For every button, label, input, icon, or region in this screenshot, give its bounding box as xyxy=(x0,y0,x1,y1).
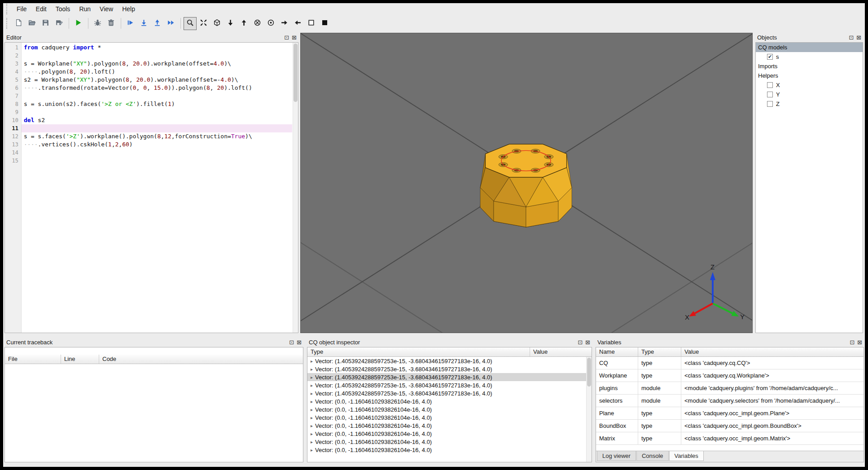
close-icon[interactable]: ⊠ xyxy=(297,339,302,345)
code-line-9[interactable]: 9 xyxy=(5,108,292,116)
expand-icon[interactable]: ▸ xyxy=(308,383,315,388)
inspector-row[interactable]: ▸Vector: (0.0, -1.1604610293826104e-16, … xyxy=(307,397,592,405)
step-next-button[interactable] xyxy=(124,17,137,30)
variable-row[interactable]: CQtype<class 'cadquery.cq.CQ'> xyxy=(596,357,864,369)
column-header-type[interactable]: Type xyxy=(638,347,681,356)
float-icon[interactable]: ⊡ xyxy=(849,35,854,40)
tree-item-y[interactable]: Y xyxy=(756,90,863,99)
code-line-14[interactable]: 14 xyxy=(5,149,292,157)
expand-icon[interactable]: ▸ xyxy=(308,448,315,452)
inspector-row[interactable]: ▸Vector: (1.4053924288597253e-15, -3.680… xyxy=(307,373,592,381)
code-editor[interactable]: 1from cadquery import *23s = Workplane("… xyxy=(4,42,298,333)
cad-model[interactable] xyxy=(480,144,572,227)
code-line-7[interactable]: 7 xyxy=(5,92,292,100)
inspector-row[interactable]: ▸Vector: (1.4053924288597253e-15, -3.680… xyxy=(307,357,592,365)
editor-scrollbar[interactable] xyxy=(293,43,298,333)
debug-button[interactable] xyxy=(91,17,104,30)
code-line-6[interactable]: 6····.transformed(rotate=Vector(0, 0, 15… xyxy=(5,84,292,92)
tree-item-x[interactable]: X xyxy=(756,80,863,90)
code-line-4[interactable]: 4····.polygon(8, 20).loft() xyxy=(5,68,292,76)
variable-row[interactable]: Workplanetype<class 'cadquery.cq.Workpla… xyxy=(596,369,864,382)
tree-item-s[interactable]: ✔s xyxy=(756,52,863,61)
close-icon[interactable]: ⊠ xyxy=(585,339,590,345)
variable-row[interactable]: Matrixtype<class 'cadquery.occ_impl.geom… xyxy=(596,432,864,445)
column-header-value[interactable]: Value xyxy=(681,347,864,356)
code-line-8[interactable]: 8s = s.union(s2).faces('>Z or <Z').fille… xyxy=(5,100,292,108)
expand-icon[interactable]: ▸ xyxy=(308,391,315,396)
step-into-button[interactable] xyxy=(137,17,150,30)
code-line-3[interactable]: 3s = Workplane("XY").polygon(8, 20.0).wo… xyxy=(5,60,292,68)
inspector-row[interactable]: ▸Vector: (1.4053924288597253e-15, -3.680… xyxy=(307,381,592,389)
view-front-button[interactable] xyxy=(264,17,277,30)
expand-icon[interactable]: ▸ xyxy=(308,415,315,420)
menubar-drag-handle[interactable] xyxy=(6,4,9,14)
checkbox-checked[interactable]: ✔ xyxy=(767,54,773,60)
float-icon[interactable]: ⊡ xyxy=(284,35,289,40)
inspector-scrollbar[interactable] xyxy=(586,357,592,462)
variable-row[interactable]: Planetype<class 'cadquery.occ_impl.geom.… xyxy=(596,407,864,420)
checkbox-unchecked[interactable] xyxy=(767,82,773,88)
code-line-2[interactable]: 2 xyxy=(5,52,292,60)
view-right-button[interactable] xyxy=(278,17,291,30)
menu-edit[interactable]: Edit xyxy=(31,4,51,14)
iso-view-button[interactable] xyxy=(210,17,224,30)
menu-run[interactable]: Run xyxy=(75,4,95,14)
code-line-5[interactable]: 5s2 = Workplane("XY").polygon(8, 20.0).w… xyxy=(5,76,292,84)
column-header-name[interactable]: Name xyxy=(596,347,638,356)
float-icon[interactable]: ⊡ xyxy=(850,339,855,345)
code-line-15[interactable]: 15 xyxy=(5,157,292,165)
expand-icon[interactable]: ▸ xyxy=(308,399,315,404)
tab-console[interactable]: Console xyxy=(636,451,669,461)
view-back-button[interactable] xyxy=(251,17,264,30)
column-header-file[interactable]: File xyxy=(5,355,61,364)
expand-icon[interactable]: ▸ xyxy=(308,359,315,364)
save-as-button[interactable] xyxy=(53,17,66,30)
menu-file[interactable]: File xyxy=(12,4,31,14)
inspector-row[interactable]: ▸Vector: (0.0, -1.1604610293826104e-16, … xyxy=(307,422,592,430)
column-header-value[interactable]: Value xyxy=(530,347,592,356)
close-icon[interactable]: ⊠ xyxy=(857,339,862,345)
run-button[interactable] xyxy=(72,17,85,30)
code-line-13[interactable]: 13····.vertices().cskHole(1,2,60) xyxy=(5,141,292,149)
shaded-button[interactable] xyxy=(318,17,331,30)
tree-item-cq-models[interactable]: CQ models xyxy=(756,43,863,52)
view-left-button[interactable] xyxy=(291,17,304,30)
delete-button[interactable] xyxy=(105,17,118,30)
view-down-button[interactable] xyxy=(224,17,237,30)
checkbox-unchecked[interactable] xyxy=(767,101,773,107)
column-header-type[interactable]: Type xyxy=(307,347,530,356)
menu-tools[interactable]: Tools xyxy=(51,4,75,14)
expand-icon[interactable]: ▸ xyxy=(308,439,315,444)
column-header-line[interactable]: Line xyxy=(61,355,99,364)
expand-icon[interactable]: ▸ xyxy=(308,375,315,380)
save-button[interactable] xyxy=(39,17,52,30)
continue-button[interactable] xyxy=(164,17,177,30)
3d-viewport[interactable]: X Y Z xyxy=(300,33,753,333)
tree-item-z[interactable]: Z xyxy=(756,99,863,109)
menu-view[interactable]: View xyxy=(95,4,118,14)
inspector-row[interactable]: ▸Vector: (0.0, -1.1604610293826104e-16, … xyxy=(307,438,592,446)
tree-item-imports[interactable]: Imports xyxy=(756,61,863,71)
inspector-row[interactable]: ▸Vector: (1.4053924288597253e-15, -3.680… xyxy=(307,365,592,373)
new-file-button[interactable] xyxy=(12,17,25,30)
inspector-row[interactable]: ▸Vector: (0.0, -1.1604610293826104e-16, … xyxy=(307,430,592,438)
expand-icon[interactable]: ▸ xyxy=(308,431,315,436)
expand-icon[interactable]: ▸ xyxy=(308,367,315,372)
variable-row[interactable]: BoundBoxtype<class 'cadquery.occ_impl.ge… xyxy=(596,420,864,432)
inspector-row[interactable]: ▸Vector: (0.0, -1.1604610293826104e-16, … xyxy=(307,446,592,454)
float-icon[interactable]: ⊡ xyxy=(578,339,583,345)
code-line-1[interactable]: 1from cadquery import * xyxy=(5,44,292,52)
code-line-11[interactable]: 11 xyxy=(5,124,292,132)
expand-icon[interactable]: ▸ xyxy=(308,407,315,412)
editor-scrollbar-thumb[interactable] xyxy=(294,44,298,102)
inspector-scrollbar-thumb[interactable] xyxy=(587,358,591,387)
inspector-row[interactable]: ▸Vector: (0.0, -1.1604610293826104e-16, … xyxy=(307,405,592,413)
code-line-10[interactable]: 10del s2 xyxy=(5,116,292,124)
tab-log-viewer[interactable]: Log viewer xyxy=(597,451,636,461)
variable-row[interactable]: pluginsmodule<module 'cadquery.plugins' … xyxy=(596,382,864,395)
close-icon[interactable]: ⊠ xyxy=(292,35,297,40)
float-icon[interactable]: ⊡ xyxy=(289,339,294,345)
fit-all-button[interactable] xyxy=(197,17,210,30)
expand-icon[interactable]: ▸ xyxy=(308,423,315,428)
code-line-12[interactable]: 12s = s.faces('>Z').workplane().polygon(… xyxy=(5,132,292,141)
